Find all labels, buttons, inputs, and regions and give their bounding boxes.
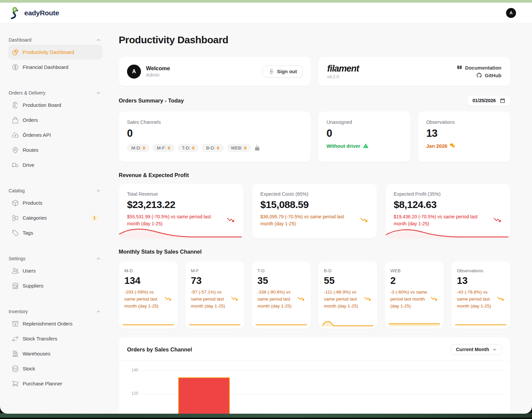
github-icon	[476, 72, 482, 78]
sidebar-item-warehouses[interactable]: Warehouses	[8, 346, 102, 361]
sidebar-item-products[interactable]: Products	[8, 195, 102, 210]
sidebar-item-replenishment-orders[interactable]: Replenishment Orders	[8, 316, 102, 331]
ytick-120: 120	[126, 391, 138, 396]
sidebar-item-production-board[interactable]: Production Board	[8, 98, 102, 112]
welcome-username: Admin	[146, 72, 258, 78]
total-revenue-label: Total Revenue	[127, 191, 235, 197]
monthly-label: T-D	[257, 268, 305, 273]
nav-group-header-settings[interactable]: Settings	[8, 254, 102, 263]
arrows-right-left-icon	[12, 335, 19, 342]
monthly-value: 35	[257, 275, 305, 286]
total-revenue-value: $23,213.22	[127, 199, 235, 210]
sidebar-item-label: Routes	[23, 147, 98, 153]
sidebar-item-purchase-planner[interactable]: Purchase Planner	[8, 376, 102, 391]
channel-pill-mf: M-F:0	[153, 144, 175, 152]
nav-group-settings: Settings Users Suppliers	[8, 254, 102, 293]
sidebar-item-suppliers[interactable]: Suppliers	[8, 278, 102, 293]
welcome-card: A Welcome Admin Sign out	[119, 57, 311, 86]
nav-group-header-catalog[interactable]: Catalog	[8, 186, 102, 195]
sidebar-item-tags[interactable]: Tags	[8, 225, 102, 240]
nav-group-label: Dashboard	[9, 37, 32, 43]
monthly-sparkline	[189, 320, 241, 326]
monthly-delta: -111 (-66.9%) vs same period last month …	[324, 289, 364, 310]
expected-costs-card: Expected Costs (65%) $15,088.59 $36,095.…	[252, 184, 377, 239]
orders-summary-heading: Orders Summary - Today	[119, 98, 184, 104]
monthly-card-mf: M-F 73 -97 (-57.1%) vs same period last …	[185, 261, 244, 329]
desktop-wallpaper-band	[0, 413, 532, 418]
chevron-up-icon	[96, 188, 101, 193]
nav-group-header-dashboard[interactable]: Dashboard	[8, 35, 102, 45]
sidebar-item-label: Stock	[23, 366, 98, 371]
users-icon	[12, 267, 19, 275]
storefront-icon	[12, 282, 19, 290]
monthly-sparkline	[455, 320, 507, 326]
trend-down-icon	[430, 295, 438, 303]
sidebar-item-stock[interactable]: Stock	[8, 361, 102, 376]
expected-profit-label: Expected Profit (35%)	[394, 191, 502, 197]
github-link[interactable]: GitHub	[476, 72, 501, 78]
monthly-delta: -43 (-76.8%) vs same period last month (…	[457, 289, 497, 310]
truck-icon	[12, 161, 19, 169]
sign-out-button[interactable]: Sign out	[263, 66, 303, 78]
circle-stack-icon	[12, 365, 19, 372]
date-picker[interactable]: 01/25/2026	[467, 95, 510, 106]
filament-card: filament v4.2.0 Documentation GitHub	[318, 57, 510, 86]
sidebar-item-orders[interactable]: Orders	[8, 112, 102, 127]
monthly-sparkline	[388, 320, 440, 326]
chevron-down-icon	[492, 347, 497, 352]
archive-arrow-down-icon	[12, 320, 19, 327]
book-icon	[457, 65, 463, 71]
user-avatar[interactable]: A	[506, 8, 516, 18]
observations-note: Jan 2026	[426, 143, 447, 149]
sidebar-item-financial-dashboard[interactable]: Financial Dashboard	[8, 60, 102, 75]
channel-pill-md: M-D:0	[127, 144, 150, 152]
readyroute-logo-icon	[10, 6, 24, 20]
nav-group-header-inventory[interactable]: Inventory	[8, 307, 102, 316]
sidebar-item-label: Purchase Planner	[23, 381, 98, 386]
gridline-140	[140, 370, 502, 371]
browser-edge-strip	[0, 0, 532, 3]
documentation-link[interactable]: Documentation	[457, 65, 501, 71]
sidebar-item-users[interactable]: Users	[8, 263, 102, 278]
sales-channels-value: 0	[127, 127, 303, 139]
sidebar-item-productivity-dashboard[interactable]: Productivity Dashboard	[8, 45, 102, 60]
squares-icon	[12, 214, 19, 222]
sidebar-item-label: Financial Dashboard	[23, 64, 98, 70]
unassigned-label: Unassigned	[327, 119, 402, 125]
welcome-avatar: A	[127, 65, 141, 79]
monthly-heading: Monthly Stats by Sales Channel	[119, 249, 510, 255]
sidebar-item-label: Productivity Dashboard	[23, 49, 98, 55]
observations-value: 13	[426, 127, 502, 139]
monthly-card-web: WEB 2 -3 (-60%) vs same period last mont…	[385, 261, 444, 329]
chart-range-select[interactable]: Current Month	[451, 344, 502, 355]
filament-wordmark: filament	[327, 64, 359, 74]
nav-group-label: Settings	[9, 256, 26, 261]
monthly-delta: -338 (-90.6%) vs same period last month …	[257, 289, 297, 310]
sidebar-item-drive[interactable]: Drive	[8, 157, 102, 172]
sidebar-item-label: Suppliers	[23, 283, 98, 289]
nav-group-header-orders-delivery[interactable]: Orders & Delivery	[8, 88, 102, 98]
expected-costs-label: Expected Costs (65%)	[260, 191, 369, 197]
sidebar-item-label: Products	[23, 200, 98, 206]
cube-icon	[12, 199, 19, 207]
revenue-heading: Revenue & Expected Profit	[119, 172, 510, 178]
orders-bar[interactable]	[178, 377, 230, 414]
sidebar-item-label: Stock Transfers	[23, 336, 98, 341]
sidebar: Dashboard Productivity Dashboard Financi…	[0, 23, 112, 414]
sidebar-item-label: Warehouses	[23, 351, 98, 356]
logout-icon	[268, 69, 274, 75]
monthly-sparkline	[122, 320, 174, 326]
trend-down-icon	[360, 216, 369, 225]
sidebar-item-stock-transfers[interactable]: Stock Transfers	[8, 331, 102, 346]
sidebar-item-routes[interactable]: Routes	[8, 142, 102, 157]
documentation-label: Documentation	[465, 65, 501, 71]
monthly-value: 134	[124, 275, 172, 286]
monthly-label: Observations	[457, 268, 505, 273]
sidebar-item-categories[interactable]: Categories 1	[8, 210, 102, 225]
cloud-arrow-down-icon	[12, 131, 19, 139]
monthly-card-observations: Observations 13 -43 (-76.8%) vs same per…	[451, 261, 510, 329]
monthly-card-bd: B-D 55 -111 (-66.9%) vs same period last…	[318, 261, 377, 329]
brand-logo[interactable]: eadyRoute	[10, 6, 59, 20]
sidebar-item-ordenes-api[interactable]: Órdenes API	[8, 127, 102, 142]
page-title: Productivity Dashboard	[119, 34, 510, 46]
